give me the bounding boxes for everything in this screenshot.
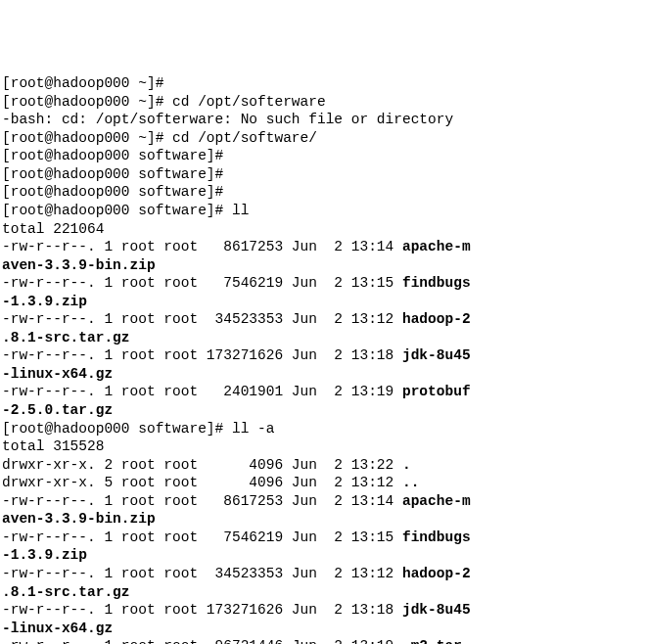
terminal-line: -rw-r--r--. 1 root root 34523353 Jun 2 1… <box>2 310 645 329</box>
filename-fragment: .m2.tar. <box>402 638 471 644</box>
text-fragment: [root@hadoop000 software]# <box>2 184 223 200</box>
terminal-line: -bash: cd: /opt/softerware: No such file… <box>2 111 645 129</box>
terminal-line: aven-3.3.9-bin.zip <box>2 510 645 529</box>
filename-fragment: hadoop-2 <box>402 566 471 581</box>
terminal-line: [root@hadoop000 software]# ll -a <box>2 420 645 438</box>
terminal-line: [root@hadoop000 software]# <box>2 147 645 165</box>
text-fragment: [root@hadoop000 software]# <box>2 166 223 182</box>
text-fragment: drwxr-xr-x. 5 root root 4096 Jun 2 13:12 <box>2 475 402 490</box>
filename-fragment: -1.3.9.zip <box>2 294 87 309</box>
filename-fragment: -2.5.0.tar.gz <box>2 402 113 418</box>
text-fragment: [root@hadoop000 ~]# cd /opt/softerware <box>2 94 326 110</box>
filename-fragment: -1.3.9.zip <box>2 547 87 563</box>
terminal-line: .8.1-src.tar.gz <box>2 583 645 602</box>
text-fragment: total 221064 <box>2 221 104 237</box>
terminal-line: -rw-r--r--. 1 root root 7546219 Jun 2 13… <box>2 529 645 547</box>
filename-fragment: protobuf <box>402 384 471 399</box>
filename-fragment: .8.1-src.tar.gz <box>2 584 130 600</box>
filename-fragment: jdk-8u45 <box>402 602 471 618</box>
filename-fragment: aven-3.3.9-bin.zip <box>2 511 156 527</box>
text-fragment: [root@hadoop000 ~]# <box>2 75 163 91</box>
terminal-line: total 315528 <box>2 437 645 456</box>
terminal-line: -rw-r--r--. 1 root root 2401901 Jun 2 13… <box>2 383 645 401</box>
filename-fragment: apache-m <box>402 493 471 509</box>
text-fragment: -rw-r--r--. 1 root root 8617253 Jun 2 13… <box>2 493 402 509</box>
filename-fragment: findbugs <box>402 275 471 291</box>
terminal-output[interactable]: [root@hadoop000 ~]#[root@hadoop000 ~]# c… <box>2 74 645 644</box>
text-fragment: total 315528 <box>2 438 104 454</box>
terminal-line: [root@hadoop000 software]# <box>2 183 645 202</box>
filename-fragment: .8.1-src.tar.gz <box>2 330 130 345</box>
text-fragment: -rw-r--r--. 1 root root 34523353 Jun 2 1… <box>2 311 402 327</box>
terminal-line: -rw-r--r--. 1 root root 8617253 Jun 2 13… <box>2 492 645 511</box>
filename-fragment: -linux-x64.gz <box>2 366 113 382</box>
terminal-line: -2.5.0.tar.gz <box>2 401 645 420</box>
text-fragment: -bash: cd: /opt/softerware: No such file… <box>2 112 453 127</box>
terminal-line: [root@hadoop000 software]# <box>2 165 645 184</box>
terminal-line: -rw-r--r--. 1 root root 96721446 Jun 2 1… <box>2 637 645 644</box>
terminal-line: -rw-r--r--. 1 root root 173271626 Jun 2 … <box>2 346 645 365</box>
text-fragment: -rw-r--r--. 1 root root 96721446 Jun 2 1… <box>2 638 402 644</box>
terminal-line: -rw-r--r--. 1 root root 7546219 Jun 2 13… <box>2 274 645 293</box>
text-fragment: [root@hadoop000 ~]# cd /opt/software/ <box>2 130 317 146</box>
terminal-line: .8.1-src.tar.gz <box>2 329 645 347</box>
terminal-line: [root@hadoop000 software]# ll <box>2 202 645 220</box>
terminal-line: drwxr-xr-x. 2 root root 4096 Jun 2 13:22… <box>2 456 645 475</box>
terminal-line: aven-3.3.9-bin.zip <box>2 256 645 275</box>
filename-fragment: -linux-x64.gz <box>2 621 113 636</box>
terminal-line: [root@hadoop000 ~]# cd /opt/software/ <box>2 129 645 148</box>
text-fragment: [root@hadoop000 software]# ll <box>2 203 249 218</box>
text-fragment: -rw-r--r--. 1 root root 2401901 Jun 2 13… <box>2 384 402 399</box>
filename-fragment: .. <box>402 475 419 490</box>
filename-fragment: jdk-8u45 <box>402 347 471 363</box>
text-fragment: [root@hadoop000 software]# ll -a <box>2 421 274 437</box>
text-fragment: -rw-r--r--. 1 root root 173271626 Jun 2 … <box>2 347 402 363</box>
text-fragment: -rw-r--r--. 1 root root 8617253 Jun 2 13… <box>2 239 402 254</box>
filename-fragment: findbugs <box>402 529 471 545</box>
terminal-line: -rw-r--r--. 1 root root 173271626 Jun 2 … <box>2 601 645 620</box>
filename-fragment: . <box>402 457 411 473</box>
terminal-line: -linux-x64.gz <box>2 620 645 638</box>
terminal-line: drwxr-xr-x. 5 root root 4096 Jun 2 13:12… <box>2 474 645 492</box>
terminal-line: -linux-x64.gz <box>2 365 645 384</box>
terminal-line: [root@hadoop000 ~]# cd /opt/softerware <box>2 93 645 112</box>
filename-fragment: apache-m <box>402 239 471 254</box>
filename-fragment: hadoop-2 <box>402 311 471 327</box>
text-fragment: -rw-r--r--. 1 root root 173271626 Jun 2 … <box>2 602 402 618</box>
terminal-line: -1.3.9.zip <box>2 546 645 565</box>
terminal-line: [root@hadoop000 ~]# <box>2 74 645 93</box>
terminal-line: total 221064 <box>2 220 645 239</box>
terminal-line: -rw-r--r--. 1 root root 8617253 Jun 2 13… <box>2 238 645 256</box>
terminal-line: -1.3.9.zip <box>2 293 645 311</box>
text-fragment: [root@hadoop000 software]# <box>2 148 223 163</box>
filename-fragment: aven-3.3.9-bin.zip <box>2 257 156 273</box>
text-fragment: -rw-r--r--. 1 root root 7546219 Jun 2 13… <box>2 529 402 545</box>
terminal-line: -rw-r--r--. 1 root root 34523353 Jun 2 1… <box>2 565 645 583</box>
text-fragment: -rw-r--r--. 1 root root 34523353 Jun 2 1… <box>2 566 402 581</box>
text-fragment: -rw-r--r--. 1 root root 7546219 Jun 2 13… <box>2 275 402 291</box>
text-fragment: drwxr-xr-x. 2 root root 4096 Jun 2 13:22 <box>2 457 402 473</box>
